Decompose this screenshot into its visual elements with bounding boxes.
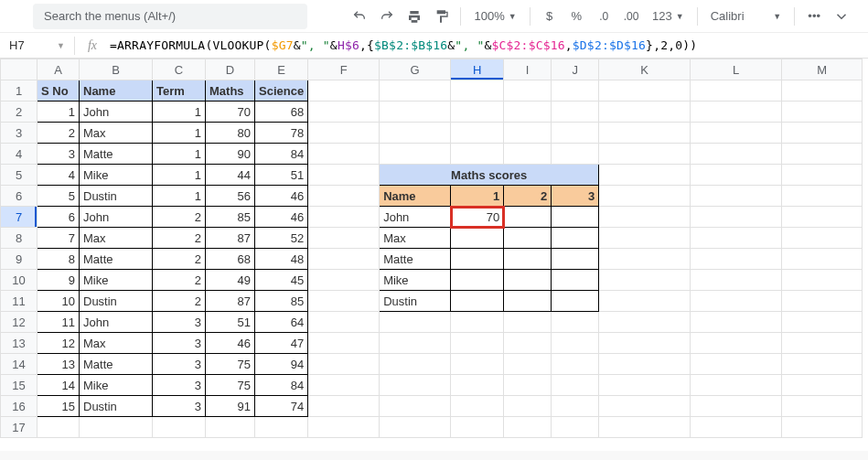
cell[interactable]: 75: [206, 354, 255, 375]
cell[interactable]: [691, 207, 782, 228]
cell[interactable]: [308, 291, 380, 312]
cell[interactable]: 3: [153, 396, 206, 417]
cell[interactable]: Max: [380, 228, 451, 249]
cell[interactable]: [451, 144, 504, 165]
cell[interactable]: 80: [206, 123, 255, 144]
cell[interactable]: 90: [206, 144, 255, 165]
cell[interactable]: John: [80, 312, 153, 333]
cell[interactable]: [691, 102, 782, 123]
cell[interactable]: [599, 312, 691, 333]
cell[interactable]: [599, 186, 691, 207]
cell[interactable]: 45: [255, 270, 308, 291]
cell[interactable]: Dustin: [80, 396, 153, 417]
cell[interactable]: [308, 80, 380, 102]
cell[interactable]: 74: [255, 396, 308, 417]
cell[interactable]: [308, 417, 380, 438]
cell[interactable]: 1: [153, 165, 206, 186]
cell[interactable]: [308, 333, 380, 354]
cell[interactable]: 46: [255, 207, 308, 228]
cell[interactable]: 47: [255, 333, 308, 354]
row-header[interactable]: 7: [1, 207, 38, 228]
cell[interactable]: 85: [206, 207, 255, 228]
col-header[interactable]: J: [552, 59, 599, 80]
cell[interactable]: [380, 354, 451, 375]
cell[interactable]: 14: [38, 375, 80, 396]
cell[interactable]: [552, 312, 599, 333]
row-header[interactable]: 11: [1, 291, 38, 312]
cell[interactable]: [599, 417, 691, 438]
row-header[interactable]: 4: [1, 144, 38, 165]
cell[interactable]: [380, 80, 451, 102]
cell[interactable]: 87: [206, 291, 255, 312]
cell[interactable]: [782, 102, 863, 123]
cell[interactable]: 46: [206, 333, 255, 354]
cell[interactable]: Mike: [380, 270, 451, 291]
cell[interactable]: 3: [153, 375, 206, 396]
cell[interactable]: 1: [38, 102, 80, 123]
font-dropdown[interactable]: Calibri▼: [705, 9, 788, 23]
cell[interactable]: [308, 228, 380, 249]
cell[interactable]: [308, 249, 380, 270]
cell[interactable]: [782, 333, 863, 354]
cell[interactable]: [782, 312, 863, 333]
cell[interactable]: [552, 396, 599, 417]
cell[interactable]: 11: [38, 312, 80, 333]
cell[interactable]: [599, 249, 691, 270]
col-header[interactable]: D: [206, 59, 255, 80]
cell[interactable]: [255, 417, 308, 438]
cell[interactable]: 15: [38, 396, 80, 417]
cell[interactable]: [38, 417, 80, 438]
cell[interactable]: [504, 270, 552, 291]
cell[interactable]: 9: [38, 270, 80, 291]
cell[interactable]: Mike: [80, 375, 153, 396]
cell[interactable]: [782, 354, 863, 375]
cell[interactable]: [451, 270, 504, 291]
cell[interactable]: Mike: [80, 165, 153, 186]
cell[interactable]: [599, 270, 691, 291]
cell[interactable]: 51: [255, 165, 308, 186]
cell[interactable]: 94: [255, 354, 308, 375]
cell[interactable]: Max: [80, 228, 153, 249]
cell[interactable]: 68: [255, 102, 308, 123]
cell[interactable]: [380, 417, 451, 438]
cell[interactable]: 4: [38, 165, 80, 186]
cell[interactable]: 44: [206, 165, 255, 186]
cell[interactable]: 1: [153, 123, 206, 144]
cell[interactable]: [691, 228, 782, 249]
col-header[interactable]: B: [80, 59, 153, 80]
cell[interactable]: [691, 80, 782, 102]
redo-icon[interactable]: [375, 5, 399, 28]
cell[interactable]: 46: [255, 186, 308, 207]
cell[interactable]: [80, 417, 153, 438]
cell[interactable]: [451, 354, 504, 375]
more-icon[interactable]: •••: [802, 5, 826, 28]
cell[interactable]: 2: [153, 228, 206, 249]
cell[interactable]: [782, 123, 863, 144]
col-header[interactable]: E: [255, 59, 308, 80]
cell[interactable]: [380, 333, 451, 354]
cell[interactable]: 2: [153, 270, 206, 291]
paint-format-icon[interactable]: [430, 5, 454, 28]
cell[interactable]: [691, 144, 782, 165]
cell[interactable]: 56: [206, 186, 255, 207]
cell[interactable]: [552, 249, 599, 270]
cell[interactable]: Dustin: [80, 291, 153, 312]
cell[interactable]: [504, 144, 552, 165]
cell[interactable]: 10: [38, 291, 80, 312]
cell[interactable]: [552, 102, 599, 123]
cell[interactable]: Mike: [80, 270, 153, 291]
cell[interactable]: S No: [38, 80, 80, 102]
cell[interactable]: [599, 354, 691, 375]
cell[interactable]: [308, 207, 380, 228]
cell[interactable]: 3: [153, 312, 206, 333]
cell[interactable]: [504, 312, 552, 333]
cell[interactable]: [599, 80, 691, 102]
cell[interactable]: [504, 80, 552, 102]
cell[interactable]: [782, 228, 863, 249]
cell[interactable]: [308, 186, 380, 207]
cell[interactable]: [599, 333, 691, 354]
cell[interactable]: 2: [504, 186, 552, 207]
cell[interactable]: Matte: [80, 354, 153, 375]
cell[interactable]: [552, 123, 599, 144]
cell[interactable]: [504, 207, 552, 228]
